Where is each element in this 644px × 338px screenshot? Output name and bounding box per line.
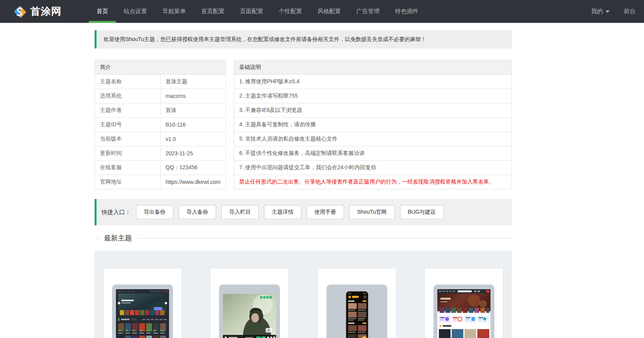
row-value: v1.0: [161, 132, 226, 146]
row-value: 首涂: [161, 103, 226, 118]
latest-themes-heading: 最新主题: [95, 234, 512, 242]
quick-entry-section: 快捷入口： 导出备份导入备份导入栏目主题详情使用手册ShouTu官网BUG与建议: [95, 199, 512, 225]
quick-entry-button[interactable]: 导入备份: [179, 205, 216, 219]
quick-entry-button[interactable]: 主题详情: [264, 205, 301, 219]
row-label: 在线客服: [95, 161, 161, 175]
welcome-alert: 欢迎使用ShouTu主题，您已获得授权使用本主题管理系统，在您配置或修改文件前请…: [95, 30, 512, 48]
main-menu: 首页站点设置导航菜单首页配置页面配置个性配置风格配置广告管理特色插件: [89, 0, 426, 23]
table-row: 1. 推荐使用PHP版本≥5.4: [234, 75, 512, 89]
theme-card-dark-movie-site[interactable]: [103, 268, 182, 338]
nav-tab[interactable]: 特色插件: [387, 0, 426, 23]
note-text: 1. 推荐使用PHP版本≥5.4: [234, 75, 512, 89]
note-text: 禁止任何形式的二次出售、分享他人等侵害作者及正版用户的行为，一经发现取消授权资格…: [234, 175, 512, 189]
device-frame: [112, 285, 173, 338]
nav-tab[interactable]: 首页配置: [193, 0, 232, 23]
table-row: 更新时间 2023-11-25: [95, 146, 226, 161]
quick-entry-button[interactable]: BUG与建议: [400, 205, 444, 219]
table-row: 在线客服 QQ：123456: [95, 161, 226, 175]
chevron-down-icon: [606, 10, 609, 13]
logo-icon: [13, 5, 27, 19]
nav-tab[interactable]: 首页: [89, 0, 116, 23]
heading-rule: [137, 238, 512, 238]
row-value: B10-116: [161, 118, 226, 132]
row-label: 适用系统: [95, 89, 161, 103]
row-label: 主题ID号: [95, 118, 161, 132]
table-row: 主题名称 首涂主题: [95, 75, 226, 89]
theme-4-thumbnail: [437, 289, 490, 338]
nav-tab[interactable]: 风格配置: [310, 0, 349, 23]
nav-tab[interactable]: 页面配置: [232, 0, 271, 23]
table-row: 6. 不提供个性化修改服务，高端定制请联系客服洽谈: [234, 146, 512, 161]
top-navbar: 首涂网 首页站点设置导航菜单首页配置页面配置个性配置风格配置广告管理特色插件 我…: [0, 0, 644, 23]
nav-tab[interactable]: 导航菜单: [155, 0, 193, 23]
quick-entry-button[interactable]: 导入栏目: [221, 205, 259, 219]
nav-tab[interactable]: 个性配置: [271, 0, 310, 23]
nav-tab[interactable]: 站点设置: [116, 0, 155, 23]
note-text: 4. 主题具备可复制性，请勿传播: [234, 118, 512, 132]
table-row: 3. 不兼容IE8及以下浏览器: [234, 103, 512, 118]
welcome-alert-text: 欢迎使用ShouTu主题，您已获得授权使用本主题管理系统，在您配置或修改文件前请…: [104, 36, 426, 42]
notes-table: 基础说明 1. 推荐使用PHP版本≥5.4 2. 主题文件读写权限755 3. …: [234, 60, 512, 189]
table-row: 2. 主题文件读写权限755: [234, 89, 512, 103]
quick-entry-button[interactable]: 使用手册: [307, 205, 344, 219]
table-row: 适用系统 maccms: [95, 89, 226, 103]
row-label: 官网地址: [95, 175, 161, 189]
latest-themes-panel: [95, 250, 512, 338]
intro-table: 简介 主题名称 首涂主题 适用系统 maccms 主题作者 首涂 主题ID号 B…: [95, 60, 226, 189]
note-text: 7. 使用中出现问题请提交工单，我们会在24小时内回复你: [234, 161, 512, 175]
main-content: 欢迎使用ShouTu主题，您已获得授权使用本主题管理系统，在您配置或修改文件前请…: [95, 30, 512, 338]
frontend-link[interactable]: 前台: [624, 8, 635, 15]
row-value: 首涂主题: [161, 75, 226, 89]
theme-1-thumbnail: [116, 289, 169, 338]
user-menu[interactable]: 我的: [591, 8, 609, 15]
user-menu-label: 我的: [591, 8, 603, 15]
note-text: 5. 非技术人员请勿私自修改主题核心文件: [234, 132, 512, 146]
logo-text: 首涂网: [30, 5, 62, 18]
intro-table-header: 简介: [95, 60, 226, 75]
device-frame: [219, 285, 280, 338]
navbar-right: 我的 前台: [591, 8, 644, 15]
row-label: 主题作者: [95, 103, 161, 118]
table-row: 4. 主题具备可复制性，请勿传播: [234, 118, 512, 132]
row-label: 当前版本: [95, 132, 161, 146]
note-text: 2. 主题文件读写权限755: [234, 89, 512, 103]
quick-entry-button[interactable]: ShouTu官网: [349, 205, 395, 219]
note-text: 6. 不提供个性化修改服务，高端定制请联系客服洽谈: [234, 146, 512, 161]
table-row: 7. 使用中出现问题请提交工单，我们会在24小时内回复你: [234, 161, 512, 175]
notes-table-header: 基础说明: [234, 60, 512, 75]
theme-card-portal-site[interactable]: [425, 268, 503, 338]
row-value: QQ：123456: [161, 161, 226, 175]
theme-card-mobile-app[interactable]: [318, 268, 396, 338]
table-row: 主题ID号 B10-116: [95, 118, 226, 132]
note-text: 3. 不兼容IE8及以下浏览器: [234, 103, 512, 118]
table-row: 官网地址 https://www.dkewl.com: [95, 175, 226, 189]
row-label: 更新时间: [95, 146, 161, 161]
warning-row: 禁止任何形式的二次出售、分享他人等侵害作者及正版用户的行为，一经发现取消授权资格…: [234, 175, 512, 189]
row-value: maccms: [161, 89, 226, 103]
quick-entry-label: 快捷入口：: [102, 209, 131, 216]
row-label: 主题名称: [95, 75, 161, 89]
table-row: 当前版本 v1.0: [95, 132, 226, 146]
quick-entry-button[interactable]: 导出备份: [136, 205, 173, 219]
table-row: 5. 非技术人员请勿私自修改主题核心文件: [234, 132, 512, 146]
logo[interactable]: 首涂网: [13, 5, 62, 19]
device-frame: [326, 285, 387, 338]
info-tables-row: 简介 主题名称 首涂主题 适用系统 maccms 主题作者 首涂 主题ID号 B…: [95, 60, 512, 189]
theme-2-thumbnail: [223, 289, 276, 338]
theme-card-video-player[interactable]: [210, 268, 289, 338]
row-value: https://www.dkewl.com: [161, 175, 226, 189]
page-section-title: 最新主题: [104, 233, 132, 243]
theme-3-thumbnail: [330, 289, 383, 338]
row-value: 2023-11-25: [161, 146, 226, 161]
table-row: 主题作者 首涂: [95, 103, 226, 118]
device-frame: [433, 285, 494, 338]
nav-tab[interactable]: 广告管理: [349, 0, 387, 23]
quick-entry-buttons: 导出备份导入备份导入栏目主题详情使用手册ShouTu官网BUG与建议: [136, 205, 444, 219]
heading-dash: [95, 238, 100, 238]
